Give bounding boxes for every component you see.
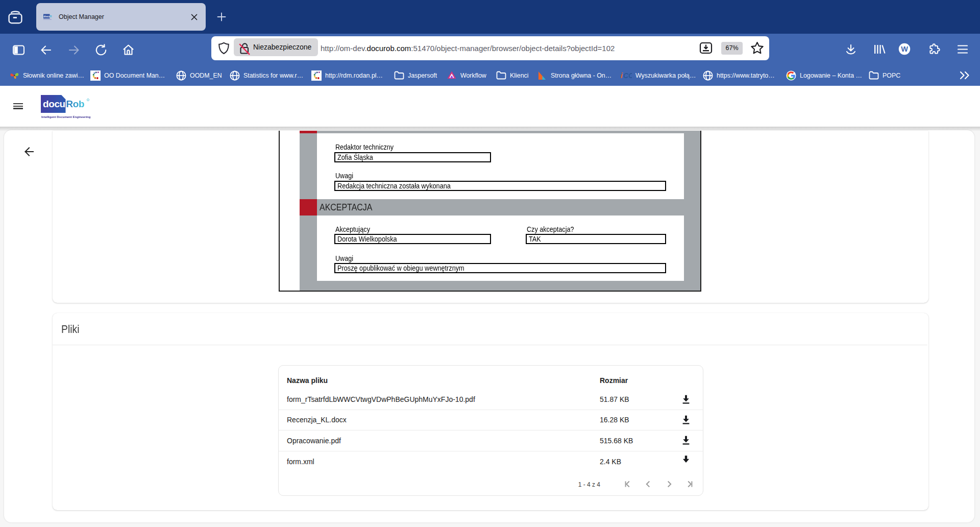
svg-text:docu: docu [44, 15, 51, 18]
svg-text:CC: CC [623, 71, 632, 80]
svg-text:W: W [901, 45, 908, 53]
svg-text:R: R [50, 15, 52, 18]
